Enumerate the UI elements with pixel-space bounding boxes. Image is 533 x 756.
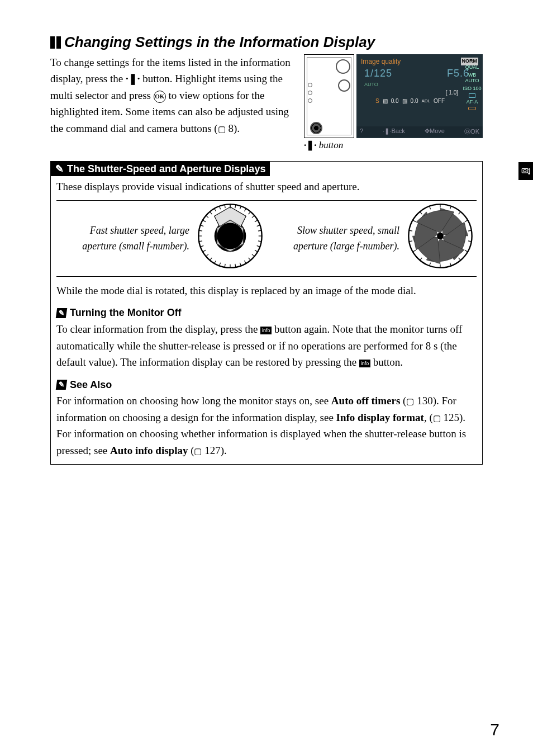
lcd-auto: AUTO (364, 82, 378, 87)
svg-point-61 (524, 169, 526, 172)
svg-point-41 (437, 233, 444, 240)
camera-body-icon (304, 54, 354, 138)
svg-line-17 (252, 254, 255, 257)
svg-line-35 (206, 216, 209, 218)
svg-line-8 (249, 212, 251, 215)
lcd-shutter: 1/125 (364, 68, 392, 79)
section-heading: Changing Settings in the Information Dis… (50, 34, 483, 51)
svg-line-49 (459, 258, 461, 261)
svg-line-26 (210, 258, 212, 261)
svg-line-44 (459, 212, 461, 215)
fast-shutter-label: Fast shutter speed, large aperture (smal… (56, 221, 194, 257)
svg-line-34 (203, 220, 206, 222)
lcd-title: Image quality (361, 58, 401, 65)
info-edit-icon: ·❚· (304, 140, 317, 150)
svg-line-16 (255, 251, 258, 252)
note-box-shutter-aperture: ✎The Shutter-Speed and Aperture Displays… (50, 161, 483, 465)
svg-line-37 (215, 209, 216, 211)
ok-icon: OK (154, 91, 166, 103)
svg-line-27 (206, 254, 209, 257)
page-ref-icon: ▢ (194, 447, 202, 456)
svg-line-9 (252, 216, 255, 218)
svg-line-25 (215, 261, 216, 263)
page-ref-icon: ▢ (433, 414, 441, 423)
box1-line1: These displays provide visual indication… (56, 178, 477, 195)
box1-footer: While the mode dial is rotated, this dis… (56, 282, 477, 299)
aperture-open-icon (197, 203, 263, 269)
lcd-scale: 1.0 (449, 89, 456, 96)
box2-body: To clear information from the display, p… (56, 321, 477, 370)
svg-line-54 (413, 251, 416, 252)
svg-line-45 (465, 220, 468, 222)
heading-bars-icon (50, 36, 61, 49)
pencil-icon: ✎ (55, 163, 64, 174)
lcd-sidebar: QUAL WB AUTO ISO 100 AF-A (463, 64, 482, 128)
intro-paragraph: To change settings for the items listed … (50, 54, 304, 151)
svg-point-62 (529, 173, 530, 174)
svg-line-19 (244, 261, 246, 263)
box1-title: The Shutter-Speed and Aperture Displays (67, 163, 265, 174)
info-button-icon: info (359, 360, 370, 367)
svg-line-53 (420, 258, 422, 261)
svg-line-57 (413, 220, 416, 222)
svg-line-18 (249, 258, 251, 261)
info-edit-icon: ·❚· (126, 73, 140, 84)
aperture-closed-icon (407, 203, 473, 269)
box3-heading: ✎ See Also (56, 377, 477, 393)
section-title-text: Changing Settings in the Information Dis… (64, 34, 375, 51)
slow-shutter-label: Slow shutter speed, small aperture (larg… (266, 221, 404, 257)
svg-line-48 (465, 251, 468, 252)
box2-heading: ✎ Turning the Monitor Off (56, 305, 477, 321)
svg-line-58 (420, 212, 422, 215)
box3-body: For information on choosing how long the… (56, 393, 477, 459)
side-tab-icon (518, 162, 533, 180)
svg-line-7 (244, 209, 246, 211)
lcd-caption: ·❚· button (304, 139, 483, 151)
page-number: 7 (490, 720, 499, 739)
pencil-icon: ✎ (56, 308, 68, 318)
svg-line-28 (203, 251, 206, 252)
lcd-screen: Image qualityNORM 1/125F5.6 AUTO [ 1.0] … (356, 54, 483, 138)
lcd-bottom-bar: ? ·❚·Back ✥Move ⓞOK (356, 126, 483, 137)
svg-line-36 (210, 212, 212, 215)
svg-line-10 (255, 220, 258, 222)
info-button-icon: info (260, 327, 272, 334)
camera-lcd-illustration: Image qualityNORM 1/125F5.6 AUTO [ 1.0] … (304, 54, 483, 138)
svg-point-2 (217, 223, 243, 249)
pencil-icon: ✎ (56, 380, 68, 390)
page-ref-icon: ▢ (218, 125, 226, 134)
page-ref-icon: ▢ (406, 397, 414, 406)
